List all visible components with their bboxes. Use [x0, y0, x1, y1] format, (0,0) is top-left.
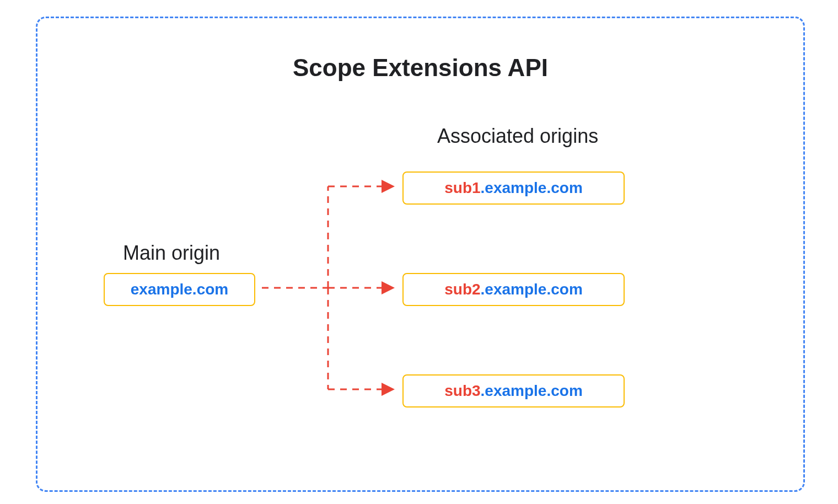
- subdomain-prefix: sub3: [444, 382, 480, 400]
- subdomain-domain: example.com: [485, 382, 582, 400]
- subdomain-dot: .: [481, 179, 485, 197]
- subdomain-dot: .: [481, 281, 485, 298]
- subdomain-prefix: sub2: [444, 281, 480, 298]
- associated-origin-box-1: sub1.example.com: [402, 171, 625, 205]
- subdomain-prefix: sub1: [444, 179, 480, 197]
- main-origin-box: example.com: [104, 273, 255, 306]
- associated-origin-box-3: sub3.example.com: [402, 374, 625, 408]
- main-origin-label: Main origin: [123, 242, 220, 265]
- subdomain-dot: .: [481, 382, 485, 400]
- diagram-title: Scope Extensions API: [293, 54, 548, 82]
- subdomain-domain: example.com: [485, 179, 582, 197]
- subdomain-domain: example.com: [485, 281, 582, 298]
- diagram-container: Scope Extensions API Main origin example…: [36, 17, 805, 492]
- associated-origins-label: Associated origins: [437, 125, 598, 148]
- associated-origin-box-2: sub2.example.com: [402, 273, 625, 306]
- main-origin-domain: example.com: [131, 281, 228, 298]
